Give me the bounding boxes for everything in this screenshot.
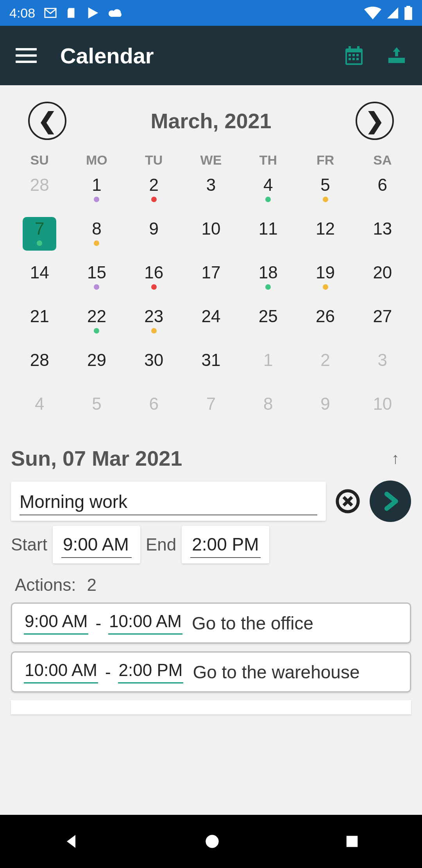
day-cell[interactable]: 2 — [297, 346, 354, 390]
action-card[interactable]: 10:00 AM-2:00 PMGo to the warehouse — [11, 651, 411, 692]
day-cell[interactable]: 7 — [182, 390, 240, 434]
home-icon[interactable] — [204, 834, 220, 849]
sort-arrow-icon[interactable]: ↑ — [392, 450, 411, 467]
day-cell[interactable]: 8 — [240, 390, 297, 434]
day-cell[interactable]: 30 — [125, 346, 182, 390]
day-cell[interactable]: 5 — [68, 390, 125, 434]
svg-rect-5 — [349, 54, 351, 56]
day-cell[interactable]: 8 — [68, 215, 125, 258]
action-from-time[interactable]: 10:00 AM — [24, 660, 98, 683]
app-bar: Calendar — [0, 26, 422, 85]
day-number: 3 — [206, 176, 216, 194]
day-cell[interactable]: 6 — [354, 171, 411, 215]
day-number: 8 — [92, 220, 101, 237]
svg-rect-16 — [347, 836, 358, 847]
day-number: 26 — [316, 308, 335, 325]
day-cell[interactable]: 20 — [354, 258, 411, 302]
day-cell[interactable]: 9 — [297, 390, 354, 434]
day-cell[interactable]: 11 — [240, 215, 297, 258]
event-dot-icon — [323, 197, 328, 202]
calendar-grid: 2812345678910111213141516171819202122232… — [0, 168, 422, 441]
day-cell[interactable]: 28 — [11, 171, 68, 215]
day-number: 20 — [373, 264, 392, 281]
action-card[interactable]: 9:00 AM-10:00 AMGo to the office — [11, 603, 411, 644]
action-description: Go to the office — [192, 613, 313, 634]
event-dot-icon — [94, 328, 99, 334]
day-number: 11 — [259, 220, 278, 237]
day-cell[interactable]: 22 — [68, 302, 125, 346]
day-number: 28 — [30, 176, 49, 194]
recent-apps-icon[interactable] — [345, 834, 359, 849]
day-number: 21 — [30, 308, 49, 325]
calendar-icon[interactable] — [345, 45, 363, 66]
day-cell[interactable]: 1 — [68, 171, 125, 215]
day-number: 30 — [144, 352, 163, 369]
day-number: 4 — [35, 395, 44, 412]
day-cell[interactable]: 25 — [240, 302, 297, 346]
day-cell[interactable]: 4 — [11, 390, 68, 434]
day-cell[interactable]: 1 — [240, 346, 297, 390]
day-cell[interactable]: 5 — [297, 171, 354, 215]
empty-card-strip — [11, 700, 411, 714]
svg-rect-8 — [349, 58, 351, 60]
upload-icon[interactable] — [387, 47, 406, 64]
day-cell[interactable]: 10 — [182, 215, 240, 258]
day-number: 17 — [202, 264, 221, 281]
svg-rect-12 — [357, 46, 359, 51]
action-to-time[interactable]: 2:00 PM — [118, 660, 184, 683]
svg-rect-10 — [356, 58, 359, 60]
day-number: 22 — [87, 308, 106, 325]
day-number: 24 — [202, 308, 221, 325]
dow-th: TH — [240, 152, 297, 168]
end-time-field[interactable]: 2:00 PM — [190, 534, 261, 558]
event-title-input[interactable] — [20, 490, 317, 515]
day-cell[interactable]: 21 — [11, 302, 68, 346]
day-cell[interactable]: 7 — [11, 215, 68, 258]
prev-month-button[interactable]: ❮ — [28, 102, 66, 140]
day-number: 28 — [30, 352, 49, 369]
day-number: 3 — [378, 352, 387, 369]
day-cell[interactable]: 31 — [182, 346, 240, 390]
svg-rect-13 — [388, 58, 405, 63]
day-number: 2 — [320, 352, 330, 369]
gmail-icon — [44, 6, 57, 20]
day-cell[interactable]: 26 — [297, 302, 354, 346]
day-cell[interactable]: 17 — [182, 258, 240, 302]
day-cell[interactable]: 18 — [240, 258, 297, 302]
svg-rect-7 — [356, 54, 359, 56]
day-cell[interactable]: 28 — [11, 346, 68, 390]
actions-label: Actions: — [15, 575, 76, 595]
day-number: 25 — [259, 308, 278, 325]
start-time-field[interactable]: 9:00 AM — [61, 534, 132, 558]
day-cell[interactable]: 23 — [125, 302, 182, 346]
day-cell[interactable]: 3 — [354, 346, 411, 390]
day-cell[interactable]: 2 — [125, 171, 182, 215]
day-cell[interactable]: 27 — [354, 302, 411, 346]
day-cell[interactable]: 12 — [297, 215, 354, 258]
svg-rect-2 — [406, 6, 410, 8]
day-cell[interactable]: 24 — [182, 302, 240, 346]
day-cell[interactable]: 15 — [68, 258, 125, 302]
submit-event-button[interactable] — [370, 481, 411, 522]
day-cell[interactable]: 29 — [68, 346, 125, 390]
day-cell[interactable]: 16 — [125, 258, 182, 302]
day-cell[interactable]: 3 — [182, 171, 240, 215]
back-icon[interactable] — [63, 833, 80, 850]
day-cell[interactable]: 9 — [125, 215, 182, 258]
action-to-time[interactable]: 10:00 AM — [108, 612, 182, 635]
day-cell[interactable]: 6 — [125, 390, 182, 434]
clear-event-button[interactable] — [335, 489, 360, 514]
day-cell[interactable]: 13 — [354, 215, 411, 258]
dow-mo: MO — [68, 152, 125, 168]
day-number: 8 — [263, 395, 273, 412]
next-month-button[interactable]: ❯ — [356, 102, 394, 140]
day-number: 2 — [149, 176, 158, 194]
day-cell[interactable]: 10 — [354, 390, 411, 434]
day-cell[interactable]: 19 — [297, 258, 354, 302]
menu-icon[interactable] — [16, 48, 37, 63]
start-label: Start — [11, 535, 47, 554]
day-cell[interactable]: 14 — [11, 258, 68, 302]
action-from-time[interactable]: 9:00 AM — [24, 612, 88, 635]
day-cell[interactable]: 4 — [240, 171, 297, 215]
battery-icon — [404, 6, 413, 20]
